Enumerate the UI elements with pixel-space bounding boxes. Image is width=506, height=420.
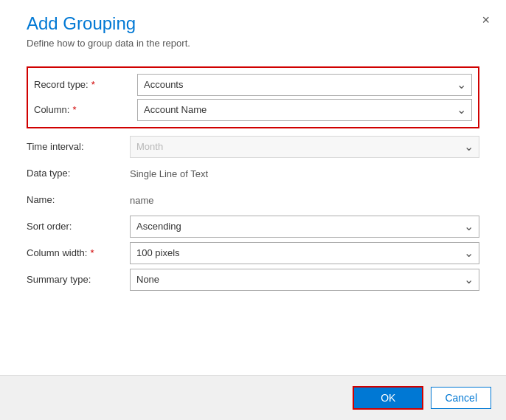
data-type-value: Single Line of Text — [130, 168, 479, 179]
summary-type-select-wrapper: None Sum Average Count Min Max — [130, 269, 479, 291]
dialog-subtitle: Define how to group data in the report. — [27, 38, 491, 49]
sort-order-select-wrapper: Ascending Descending — [130, 216, 479, 238]
record-type-required: * — [91, 79, 95, 90]
time-interval-select-wrapper: Month Day Week Quarter Year — [130, 136, 479, 158]
dialog-title: Add Grouping — [27, 13, 491, 35]
time-interval-control: Month Day Week Quarter Year — [130, 136, 479, 158]
cancel-button[interactable]: Cancel — [431, 387, 491, 409]
record-type-select-wrapper: Accounts Contacts Leads Opportunities — [137, 74, 472, 96]
add-grouping-dialog: Add Grouping Define how to group data in… — [0, 0, 506, 420]
sort-order-row: Sort order: Ascending Descending — [27, 214, 479, 239]
dialog-body: Record type: * Accounts Contacts Leads O… — [0, 53, 506, 375]
record-type-select[interactable]: Accounts Contacts Leads Opportunities — [137, 74, 472, 96]
column-width-select[interactable]: 50 pixels 100 pixels 150 pixels 200 pixe… — [130, 242, 479, 264]
time-interval-row: Time interval: Month Day Week Quarter Ye… — [27, 134, 479, 159]
dialog-footer: OK Cancel — [0, 375, 506, 420]
form-rows: Record type: * Accounts Contacts Leads O… — [27, 66, 479, 294]
close-button[interactable]: × — [477, 10, 494, 30]
column-select[interactable]: Account Name Account Number City Country — [137, 99, 472, 121]
sort-order-control: Ascending Descending — [130, 216, 479, 238]
summary-type-select[interactable]: None Sum Average Count Min Max — [130, 269, 479, 291]
dialog-header: Add Grouping Define how to group data in… — [0, 0, 506, 53]
column-width-label: Column width: * — [27, 247, 130, 258]
name-row: Name: name — [27, 187, 479, 213]
summary-type-label: Summary type: — [27, 274, 130, 285]
data-type-row: Data type: Single Line of Text — [27, 161, 479, 186]
column-label: Column: * — [34, 104, 137, 115]
name-label: Name: — [27, 194, 130, 205]
column-required: * — [72, 104, 76, 115]
record-type-control: Accounts Contacts Leads Opportunities — [137, 74, 472, 96]
column-control: Account Name Account Number City Country — [137, 99, 472, 121]
ok-button[interactable]: OK — [353, 386, 423, 410]
column-width-select-wrapper: 50 pixels 100 pixels 150 pixels 200 pixe… — [130, 242, 479, 264]
summary-type-control: None Sum Average Count Min Max — [130, 269, 479, 291]
sort-order-label: Sort order: — [27, 221, 130, 232]
column-width-required: * — [90, 247, 94, 258]
time-interval-select[interactable]: Month Day Week Quarter Year — [130, 136, 479, 158]
time-interval-label: Time interval: — [27, 141, 130, 152]
required-fields-section: Record type: * Accounts Contacts Leads O… — [27, 66, 479, 128]
record-type-label: Record type: * — [34, 79, 137, 90]
column-select-wrapper: Account Name Account Number City Country — [137, 99, 472, 121]
record-type-row: Record type: * Accounts Contacts Leads O… — [34, 72, 472, 97]
sort-order-select[interactable]: Ascending Descending — [130, 216, 479, 238]
summary-type-row: Summary type: None Sum Average Count Min… — [27, 267, 479, 292]
column-row: Column: * Account Name Account Number Ci… — [34, 97, 472, 123]
name-value: name — [130, 194, 479, 206]
data-type-label: Data type: — [27, 168, 130, 179]
column-width-row: Column width: * 50 pixels 100 pixels 150… — [27, 241, 479, 266]
column-width-control: 50 pixels 100 pixels 150 pixels 200 pixe… — [130, 242, 479, 264]
